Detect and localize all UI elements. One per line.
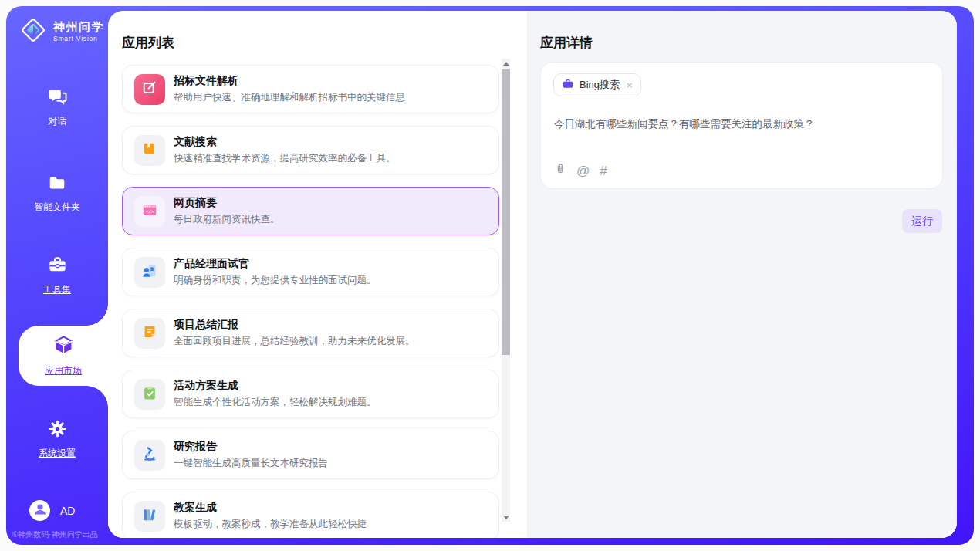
scroll-down-button[interactable] [502, 512, 510, 522]
app-card[interactable]: </> 网页摘要 每日政府新闻资讯快查。 [122, 187, 499, 235]
mention-icon[interactable]: @ [576, 164, 590, 177]
app-card[interactable]: 教案生成 模板驱动，教案秒成，教学准备从此轻松快捷 [122, 492, 499, 538]
sidebar: 神州问学 Smart Vision 对话 智能文件夹 [6, 6, 108, 545]
gear-icon [47, 418, 68, 442]
sidebar-item-settings[interactable]: 系统设置 [6, 418, 108, 460]
microscope-icon [141, 445, 158, 465]
app-card-title: 招标文件解析 [174, 74, 405, 88]
app-icon-tile: </> [134, 196, 165, 227]
scrollbar[interactable] [502, 59, 510, 522]
app-card[interactable]: 研究报告 一键智能生成高质量长文本研究报告 [122, 431, 499, 479]
app-card-description: 一键智能生成高质量长文本研究报告 [174, 457, 328, 470]
interviewer-icon [141, 262, 158, 282]
person-icon [31, 500, 49, 521]
edit-square-icon [141, 79, 158, 100]
close-icon[interactable]: × [627, 79, 633, 91]
app-list: 招标文件解析 帮助用户快速、准确地理解和解析招标书中的关键信息 文献搜索 快速精… [108, 65, 527, 538]
app-card-description: 全面回顾项目进展，总结经验教训，助力未来优化发展。 [174, 335, 415, 348]
sidebar-item-chat[interactable]: 对话 [6, 86, 108, 128]
app-card-title: 文献搜索 [174, 135, 396, 149]
app-card-description: 智能生成个性化活动方案，轻松解决规划难题。 [174, 396, 377, 409]
user-account[interactable]: AD [29, 500, 75, 521]
sidebar-item-toolset[interactable]: 工具集 [6, 255, 108, 296]
app-icon-tile [134, 440, 165, 471]
book-icon [141, 140, 158, 161]
app-card-description: 快速精准查找学术资源，提高研究效率的必备工具。 [174, 152, 396, 165]
briefcase-icon [562, 78, 574, 93]
books-icon [141, 506, 158, 526]
sidebar-item-label: 工具集 [43, 283, 71, 296]
triangle-up-icon [503, 62, 509, 66]
app-card-title: 项目总结汇报 [174, 318, 415, 332]
app-list-panel: 应用列表 招标文件解析 帮助用户快速、准确地理解和解析招标书中的关键信息 文献搜… [108, 11, 527, 538]
avatar [29, 500, 50, 521]
app-card-description: 明确身份和职责，为您提供专业性的面试问题。 [174, 274, 377, 287]
app-icon-tile [134, 379, 165, 410]
app-icon-tile [134, 74, 165, 105]
app-card-title: 活动方案生成 [174, 379, 377, 393]
app-card-description: 模板驱动，教案秒成，教学准备从此轻松快捷 [174, 518, 367, 531]
main-content: 应用列表 招标文件解析 帮助用户快速、准确地理解和解析招标书中的关键信息 文献搜… [108, 11, 957, 538]
query-text[interactable]: 今日湖北有哪些新闻要点？有哪些需要关注的最新政策？ [554, 117, 930, 132]
triangle-down-icon [503, 516, 509, 519]
scroll-up-button[interactable] [502, 59, 510, 68]
app-card[interactable]: 产品经理面试官 明确身份和职责，为您提供专业性的面试问题。 [122, 248, 499, 296]
app-detail-panel: 应用详情 Bing搜索 × 今日湖北有哪些新闻要点？有哪些需要关注的最新政策？ [527, 11, 957, 538]
app-card-description: 每日政府新闻资讯快查。 [174, 213, 280, 226]
scrollbar-thumb[interactable] [502, 69, 510, 355]
sidebar-item-label: 应用市场 [45, 364, 82, 377]
app-card[interactable]: 活动方案生成 智能生成个性化活动方案，轻松解决规划难题。 [122, 370, 499, 418]
diamond-logo-icon [19, 15, 48, 48]
app-card-title: 网页摘要 [174, 196, 280, 210]
app-icon-tile [134, 135, 165, 166]
app-card-title: 教案生成 [174, 501, 367, 515]
app-icon-tile [134, 318, 165, 349]
app-icon-tile [134, 501, 165, 532]
sidebar-item-smart-folder[interactable]: 智能文件夹 [6, 173, 108, 214]
composer-toolbar: @ # [554, 162, 607, 179]
app-card-title: 产品经理面试官 [174, 257, 377, 271]
chat-icon [47, 86, 68, 110]
paperclip-icon[interactable] [554, 162, 566, 179]
tool-tag-label: Bing搜索 [580, 78, 620, 92]
app-card-description: 帮助用户快速、准确地理解和解析招标书中的关键信息 [174, 91, 405, 104]
hash-icon[interactable]: # [600, 164, 607, 177]
app-list-title: 应用列表 [122, 34, 174, 52]
sidebar-item-app-market-active[interactable]: 应用市场 [19, 326, 108, 386]
toolbox-icon [47, 255, 68, 279]
brand-tagline: Smart Vision [53, 35, 104, 43]
svg-text:</>: </> [146, 209, 154, 214]
app-card[interactable]: 招标文件解析 帮助用户快速、准确地理解和解析招标书中的关键信息 [122, 65, 499, 113]
cube-icon [52, 334, 75, 360]
app-card[interactable]: 文献搜索 快速精准查找学术资源，提高研究效率的必备工具。 [122, 126, 499, 174]
prompt-card[interactable]: Bing搜索 × 今日湖北有哪些新闻要点？有哪些需要关注的最新政策？ @ # [540, 62, 943, 189]
sticky-note-icon [141, 323, 158, 343]
clipboard-check-icon [141, 384, 158, 404]
sidebar-item-label: 智能文件夹 [34, 201, 80, 214]
brand-logo: 神州问学 Smart Vision [19, 15, 104, 48]
copyright-text: ©神州数码·神州问学出品 [12, 529, 108, 540]
browser-code-icon: </> [141, 201, 158, 221]
app-window: 神州问学 Smart Vision 对话 智能文件夹 [6, 6, 974, 545]
app-card[interactable]: 项目总结汇报 全面回顾项目进展，总结经验教训，助力未来优化发展。 [122, 309, 499, 357]
user-name: AD [60, 505, 75, 517]
folder-icon [47, 173, 67, 196]
app-detail-title: 应用详情 [540, 34, 593, 52]
sidebar-item-label: 系统设置 [39, 447, 76, 460]
app-icon-tile [134, 257, 165, 288]
app-card-title: 研究报告 [174, 440, 328, 454]
run-button[interactable]: 运行 [902, 209, 942, 233]
sidebar-item-label: 对话 [48, 115, 66, 128]
tool-tag-bing-search[interactable]: Bing搜索 × [553, 73, 641, 96]
brand-name: 神州问学 [53, 20, 104, 33]
